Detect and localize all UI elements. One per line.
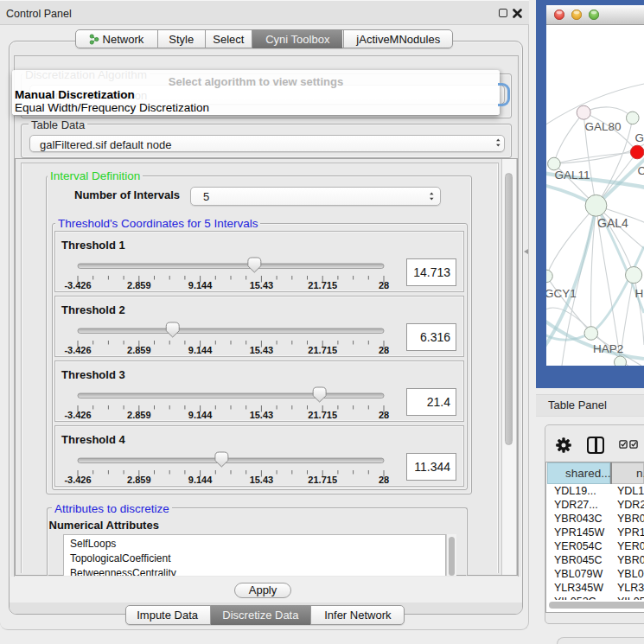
svg-text:G...: G...: [635, 131, 644, 144]
svg-text:HAP2: HAP2: [593, 342, 623, 355]
svg-text:GCY1: GCY1: [546, 287, 577, 300]
svg-text:GAL80: GAL80: [585, 120, 622, 133]
svg-text:GAL11: GAL11: [554, 169, 590, 182]
svg-text:H: H: [634, 287, 643, 300]
svg-text:GAL4: GAL4: [597, 216, 628, 230]
svg-text:C: C: [638, 164, 644, 177]
